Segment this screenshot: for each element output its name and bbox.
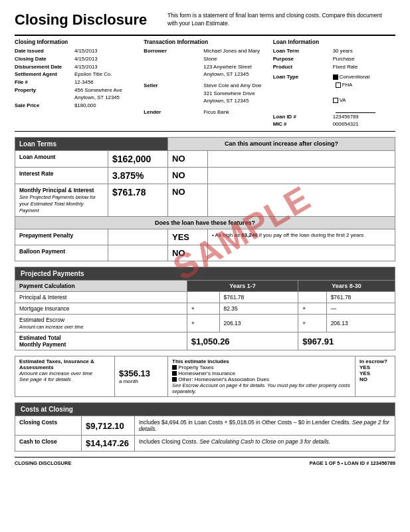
property-value: 456 Somewhere AveAnytown, ST 12345: [74, 86, 137, 102]
loan-terms-table: Loan Terms Can this amount increase afte…: [15, 137, 395, 261]
balloon-desc: [208, 245, 395, 261]
settlement-agent-value: Epsilon Title Co.: [74, 70, 137, 78]
va-checkbox-label: VA: [333, 96, 395, 104]
cash-to-close-see-page: See Calculating Cash to Close on page 3 …: [199, 438, 330, 445]
prepayment-desc: • As high as $3,240 if you pay off the l…: [208, 229, 395, 245]
proj-escrow-sub: Amount can increase over time: [19, 325, 84, 329]
proj-pi-prefix2: [298, 292, 326, 303]
item3-checkbox: [172, 377, 177, 382]
va-checkbox: [333, 98, 338, 103]
loan-amount-value: $162,000: [108, 151, 168, 168]
proj-mi-prefix1: +: [187, 303, 219, 315]
loan-info-title: Loan Information: [273, 39, 395, 45]
proj-escrow-prefix2: +: [298, 315, 326, 332]
property-row: Property 456 Somewhere AveAnytown, ST 12…: [15, 86, 137, 102]
est-taxes-item2: Homeowner's Insurance: [172, 370, 235, 376]
monthly-pi-row: Monthly Principal & Interest See Project…: [15, 184, 395, 217]
purpose-label: Purpose: [273, 55, 333, 63]
est-taxes-sub: Amount can increase over timeSee page 4 …: [19, 370, 92, 382]
years-1-7-header: Years 1-7: [187, 281, 298, 292]
est-taxes-period: a month: [119, 378, 138, 384]
monthly-pi-desc: [208, 184, 395, 217]
proj-mi-val1: 82.35: [219, 303, 298, 315]
interest-rate-desc: [208, 168, 395, 184]
interest-rate-row: Interest Rate 3.875% NO: [15, 168, 395, 184]
footer-right: PAGE 1 OF 5 • LOAN ID # 123456789: [310, 460, 395, 466]
loan-terms-question: Can this amount increase after closing?: [168, 138, 395, 151]
loan-term-row: Loan Term 30 years: [273, 47, 395, 55]
est-taxes-label-cell: Estimated Taxes, Insurance & Assessments…: [15, 356, 115, 397]
closing-info-col: Closing Information Date Issued 4/15/201…: [15, 39, 137, 128]
info-section: Closing Information Date Issued 4/15/201…: [15, 35, 395, 132]
escrow-val2: YES: [359, 370, 370, 376]
date-issued-value: 4/15/2013: [74, 47, 137, 55]
sale-price-row: Sale Price $180,000: [15, 102, 137, 110]
purpose-value: Purchase: [333, 55, 395, 63]
proj-pi-label: Principal & Interest: [15, 292, 187, 303]
sale-price-label: Sale Price: [15, 102, 74, 110]
features-question-row: Does the loan have these features?: [15, 217, 395, 229]
balloon-value-empty: [108, 245, 168, 261]
interest-rate-value: 3.875%: [108, 168, 168, 184]
disbursement-date-row: Disbursement Date 4/15/2013: [15, 63, 137, 71]
proj-mi-prefix2: +: [298, 303, 326, 315]
proj-pi-prefix1: [187, 292, 219, 303]
costs-at-closing-header: Costs at Closing: [15, 403, 395, 416]
item1-checkbox: [172, 365, 177, 370]
monthly-pi-label-bold: Monthly Principal & Interest: [19, 187, 94, 194]
proj-escrow-val1: 206.13: [219, 315, 298, 332]
years-8-30-header: Years 8-30: [298, 281, 395, 292]
proj-total-val2: $967.91: [298, 332, 395, 350]
closing-costs-desc: Includes $4,694.05 in Loan Costs + $5,01…: [135, 416, 395, 436]
monthly-pi-answer: NO: [168, 184, 208, 217]
proj-escrow-label: Estimated EscrowAmount can increase over…: [15, 315, 187, 332]
loan-type-row: Loan Type Conventional FHA VA: [273, 73, 395, 112]
prepayment-row: Prepayment Penalty YES • As high as $3,2…: [15, 229, 395, 245]
loan-terms-header: Loan Terms: [15, 138, 168, 151]
monthly-pi-sub: See Projected Payments below for your Es…: [19, 194, 96, 213]
item2-checkbox: [172, 371, 177, 376]
interest-rate-answer: NO: [168, 168, 208, 184]
fha-label: FHA: [342, 81, 353, 89]
borrower-label: Borrower: [144, 47, 203, 78]
proj-mi-val2: —: [326, 303, 395, 315]
prepayment-label: Prepayment Penalty: [15, 229, 108, 245]
loan-type-value: Conventional FHA VA: [333, 73, 395, 112]
other-loan-type: [336, 104, 375, 113]
balloon-answer: NO: [168, 245, 208, 261]
loan-amount-label: Loan Amount: [15, 151, 108, 168]
file-value: 12-3456: [74, 78, 137, 86]
seller-row: Seller Steve Cole and Amy Doe321 Somewhe…: [144, 82, 266, 105]
costs-at-closing-table: Costs at Closing Closing Costs $9,712.10…: [15, 402, 395, 452]
est-taxes-note: See Escrow Account on page 4 for details…: [172, 382, 350, 394]
closing-costs-row: Closing Costs $9,712.10 Includes $4,694.…: [15, 416, 395, 436]
product-row: Product Fixed Rate: [273, 63, 395, 71]
closing-date-label: Closing Date: [15, 55, 74, 63]
fha-checkbox-label: FHA: [336, 81, 395, 89]
sale-price-value: $180,000: [74, 102, 137, 110]
proj-pi-val2: $761.78: [326, 292, 395, 303]
footer-left: CLOSING DISCLOSURE: [15, 460, 71, 466]
property-label: Property: [15, 86, 74, 102]
proj-mi-row: Mortgage Insurance + 82.35 + —: [15, 303, 395, 315]
loan-term-value: 30 years: [333, 47, 395, 55]
cash-to-close-desc: Includes Closing Costs. See Calculating …: [135, 436, 395, 452]
estimated-taxes-table: Estimated Taxes, Insurance & Assessments…: [15, 356, 395, 397]
est-taxes-amount-cell: $356.13 a month: [115, 356, 168, 397]
settlement-agent-row: Settlement Agent Epsilon Title Co.: [15, 70, 137, 78]
lender-label: Lender: [144, 108, 203, 116]
payment-calc-label: Payment Calculation: [15, 281, 187, 292]
est-taxes-amount: $356.13: [119, 368, 150, 378]
conventional-checkbox-label: Conventional: [333, 73, 395, 81]
loan-id-value: 123456789: [333, 113, 395, 121]
balloon-label: Balloon Payment: [15, 245, 108, 261]
fha-checkbox: [336, 82, 341, 88]
product-label: Product: [273, 63, 333, 71]
disbursement-date-value: 4/15/2013: [74, 63, 137, 71]
closing-costs-label: Closing Costs: [15, 416, 82, 436]
purpose-row: Purpose Purchase: [273, 55, 395, 63]
interest-rate-label: Interest Rate: [15, 168, 108, 184]
in-escrow-title: In escrow?: [359, 358, 387, 364]
loan-amount-desc: [208, 151, 395, 168]
footer-bar: CLOSING DISCLOSURE PAGE 1 OF 5 • LOAN ID…: [15, 457, 395, 466]
